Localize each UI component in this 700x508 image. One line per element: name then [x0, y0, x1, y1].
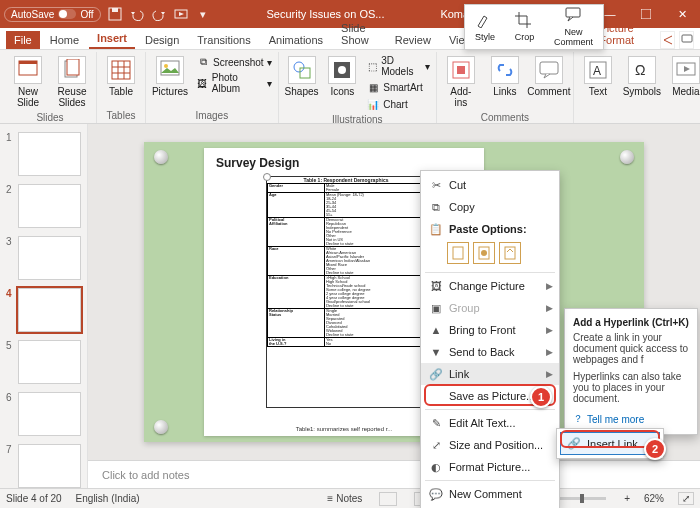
tell-me-more-link[interactable]: ？Tell me more	[573, 412, 689, 426]
ctx-cut[interactable]: ✂Cut	[421, 174, 559, 196]
media-icon	[672, 56, 700, 84]
normal-view-button[interactable]	[379, 492, 397, 506]
group-label-images: Images	[150, 108, 274, 121]
media-button[interactable]: Media	[666, 54, 700, 99]
close-button[interactable]: ✕	[668, 0, 696, 28]
reuse-slides-icon	[58, 56, 86, 84]
autosave-label: AutoSave	[11, 9, 54, 20]
thumb-5[interactable]: 5	[6, 340, 81, 384]
zoom-value[interactable]: 62%	[644, 493, 664, 504]
annotation-1: 1	[530, 386, 552, 408]
new-slide-button[interactable]: New Slide	[8, 54, 48, 110]
svg-rect-1	[112, 8, 118, 12]
tab-home[interactable]: Home	[42, 31, 87, 49]
toggle-icon	[58, 9, 76, 19]
undo-icon[interactable]	[129, 6, 145, 22]
status-lang[interactable]: English (India)	[76, 493, 140, 504]
thumb-3[interactable]: 3	[6, 236, 81, 280]
icons-button[interactable]: Icons	[325, 54, 361, 99]
ctx-link[interactable]: 🔗Link▶	[421, 363, 559, 385]
smartart-button[interactable]: ▦SmartArt	[364, 79, 432, 95]
thumb-2[interactable]: 2	[6, 184, 81, 228]
icons-icon	[328, 56, 356, 84]
tab-animations[interactable]: Animations	[261, 31, 331, 49]
text-button[interactable]: AText	[578, 54, 618, 99]
ctx-send-back[interactable]: ▼Send to Back▶	[421, 341, 559, 363]
addins-icon	[447, 56, 475, 84]
group-label-slides: Slides	[8, 110, 92, 123]
3d-models-button[interactable]: ⬚3D Models ▾	[364, 54, 432, 78]
ctx-change-picture[interactable]: 🖼Change Picture▶	[421, 275, 559, 297]
chart-button[interactable]: 📊Chart	[364, 96, 432, 112]
svg-rect-5	[641, 9, 651, 19]
photo-album-button[interactable]: 🖼Photo Album ▾	[194, 71, 274, 95]
zoom-in[interactable]: +	[624, 493, 630, 504]
save-icon[interactable]	[107, 6, 123, 22]
svg-rect-6	[682, 35, 692, 42]
thumb-7[interactable]: 7	[6, 444, 81, 488]
ctx-new-comment[interactable]: 💬New Comment	[421, 483, 559, 505]
send-back-icon: ▼	[429, 345, 443, 359]
bring-front-icon: ▲	[429, 323, 443, 337]
tab-file[interactable]: File	[6, 31, 40, 49]
comments-button[interactable]	[679, 31, 694, 49]
tab-review[interactable]: Review	[387, 31, 439, 49]
slide-title: Survey Design	[216, 156, 472, 170]
autosave-toggle[interactable]: AutoSave Off	[4, 7, 101, 22]
addins-button[interactable]: Add- ins	[441, 54, 481, 110]
fit-window-button[interactable]: ⤢	[678, 492, 694, 505]
symbols-button[interactable]: ΩSymbols	[622, 54, 662, 99]
screenshot-button[interactable]: ⧉Screenshot ▾	[194, 54, 274, 70]
tab-design[interactable]: Design	[137, 31, 187, 49]
crop-button[interactable]: Crop	[515, 12, 535, 42]
new-comment-button[interactable]: New Comment	[554, 7, 593, 47]
selected-picture[interactable]: Table 1: Respondent Demographics GenderM…	[266, 176, 426, 408]
comment-button[interactable]: Comment	[529, 54, 569, 99]
pictures-button[interactable]: Pictures	[150, 54, 190, 99]
tab-insert[interactable]: Insert	[89, 29, 135, 49]
text-icon: A	[584, 56, 612, 84]
svg-rect-10	[67, 59, 79, 75]
screenshot-icon: ⧉	[196, 55, 210, 69]
shapes-button[interactable]: Shapes	[283, 54, 321, 99]
ctx-edit-alt[interactable]: ✎Edit Alt Text...	[421, 412, 559, 434]
ctx-size-position[interactable]: ⤢Size and Position...	[421, 434, 559, 456]
redo-icon[interactable]	[151, 6, 167, 22]
paste-option-1[interactable]	[447, 242, 469, 264]
table-button[interactable]: Table	[101, 54, 141, 99]
thumb-1[interactable]: 1	[6, 132, 81, 176]
paste-option-3[interactable]	[499, 242, 521, 264]
photo-album-icon: 🖼	[196, 76, 209, 90]
svg-rect-11	[112, 61, 130, 79]
thumb-6[interactable]: 6	[6, 392, 81, 436]
pushpin-icon	[620, 150, 634, 164]
ctx-format-picture[interactable]: ◐Format Picture...	[421, 456, 559, 478]
copy-icon: ⧉	[429, 200, 443, 214]
thumbnail-pane[interactable]: 1 2 3 4 5 6 7	[0, 124, 88, 488]
ctx-copy[interactable]: ⧉Copy	[421, 196, 559, 218]
status-slide: Slide 4 of 20	[6, 493, 62, 504]
svg-rect-19	[300, 68, 310, 78]
size-icon: ⤢	[429, 438, 443, 452]
reuse-slides-button[interactable]: Reuse Slides	[52, 54, 92, 110]
tab-transitions[interactable]: Transitions	[189, 31, 258, 49]
autosave-state: Off	[80, 9, 93, 20]
links-button[interactable]: Links	[485, 54, 525, 99]
pushpin-icon	[154, 150, 168, 164]
share-button[interactable]	[660, 31, 675, 49]
thumb-4[interactable]: 4	[6, 288, 81, 332]
ctx-bring-front[interactable]: ▲Bring to Front▶	[421, 319, 559, 341]
comment-icon	[535, 56, 563, 84]
start-from-beginning-icon[interactable]	[173, 6, 189, 22]
status-notes[interactable]: ≡ Notes	[327, 493, 362, 504]
paste-option-2[interactable]	[473, 242, 495, 264]
tooltip-title: Add a Hyperlink (Ctrl+K)	[573, 317, 689, 328]
pushpin-icon	[154, 420, 168, 434]
smartart-icon: ▦	[366, 80, 380, 94]
new-slide-icon	[14, 56, 42, 84]
style-button[interactable]: Style	[475, 12, 495, 42]
shapes-icon	[288, 56, 316, 84]
tab-slideshow[interactable]: Slide Show	[333, 19, 385, 49]
qat-dropdown-icon[interactable]: ▾	[195, 6, 211, 22]
notes-placeholder[interactable]: Click to add notes	[88, 460, 700, 488]
